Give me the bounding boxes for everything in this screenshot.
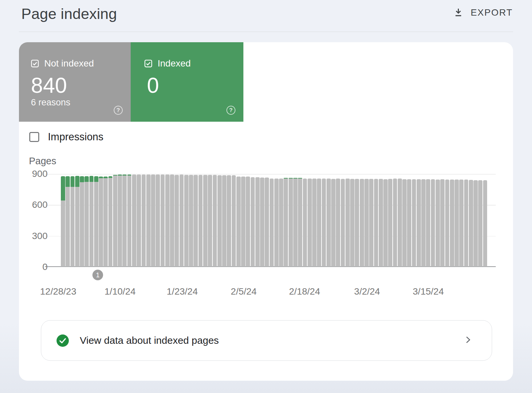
bar[interactable] xyxy=(322,179,326,267)
bar[interactable] xyxy=(407,179,411,267)
bar[interactable] xyxy=(180,175,184,267)
bar[interactable] xyxy=(284,178,288,267)
bar[interactable] xyxy=(341,179,345,267)
bar[interactable] xyxy=(161,175,165,267)
bar[interactable] xyxy=(421,179,426,267)
bar[interactable] xyxy=(483,180,487,267)
bar[interactable] xyxy=(146,175,151,267)
bar[interactable] xyxy=(80,176,84,267)
bar[interactable] xyxy=(151,175,155,267)
help-icon[interactable] xyxy=(114,106,123,115)
bar[interactable] xyxy=(473,180,478,267)
bar[interactable] xyxy=(156,175,160,267)
annotation-badge[interactable]: 1 xyxy=(92,270,103,280)
bar[interactable] xyxy=(99,177,103,267)
bar[interactable] xyxy=(327,179,331,267)
bar[interactable] xyxy=(165,175,170,267)
bar[interactable] xyxy=(360,179,364,267)
impressions-toggle[interactable]: Impressions xyxy=(29,131,103,143)
bar[interactable] xyxy=(350,179,354,267)
bar[interactable] xyxy=(398,179,402,267)
bar[interactable] xyxy=(270,179,274,267)
bar[interactable] xyxy=(194,175,198,267)
bar[interactable] xyxy=(464,180,468,267)
bar[interactable] xyxy=(431,179,435,267)
bar[interactable] xyxy=(440,179,445,267)
bar[interactable] xyxy=(132,175,136,267)
bar[interactable] xyxy=(303,179,307,267)
bar[interactable] xyxy=(246,177,250,267)
bar[interactable] xyxy=(289,178,293,267)
indexed-chip[interactable]: Indexed 0 xyxy=(131,42,243,122)
bar[interactable] xyxy=(227,175,231,267)
bar[interactable] xyxy=(137,175,141,267)
bar[interactable] xyxy=(355,179,359,267)
bar[interactable] xyxy=(436,180,440,267)
bar[interactable] xyxy=(118,175,122,267)
bar[interactable] xyxy=(222,175,226,267)
unchecked-checkbox-icon[interactable] xyxy=(29,132,39,142)
help-icon[interactable] xyxy=(226,106,235,115)
bar[interactable] xyxy=(108,176,113,267)
bar[interactable] xyxy=(175,175,179,267)
bar[interactable] xyxy=(251,177,255,267)
bar[interactable] xyxy=(241,177,245,267)
checked-checkbox-icon[interactable] xyxy=(144,59,153,68)
bar[interactable] xyxy=(113,175,117,267)
bar[interactable] xyxy=(369,179,373,267)
bar[interactable] xyxy=(199,175,203,267)
bar[interactable] xyxy=(345,179,350,267)
bar[interactable] xyxy=(260,178,264,267)
bar[interactable] xyxy=(336,179,340,267)
bar[interactable] xyxy=(383,179,388,267)
bar[interactable] xyxy=(455,180,459,267)
bar[interactable] xyxy=(374,179,378,267)
bar[interactable] xyxy=(255,177,260,267)
bar[interactable] xyxy=(298,178,302,267)
bar[interactable] xyxy=(379,179,383,267)
bar[interactable] xyxy=(122,175,127,267)
bar[interactable] xyxy=(94,176,98,267)
bar[interactable] xyxy=(450,180,454,267)
bar[interactable] xyxy=(189,175,193,267)
export-button[interactable]: EXPORT xyxy=(454,5,513,21)
bar[interactable] xyxy=(402,179,407,267)
bar[interactable] xyxy=(364,179,369,267)
not-indexed-chip[interactable]: Not indexed 840 6 reasons xyxy=(19,42,131,122)
bar[interactable] xyxy=(203,175,207,267)
bar[interactable] xyxy=(331,179,335,267)
bar[interactable] xyxy=(184,175,189,267)
bar[interactable] xyxy=(142,175,146,267)
checked-checkbox-icon[interactable] xyxy=(31,59,39,68)
bar[interactable] xyxy=(170,175,174,267)
bar[interactable] xyxy=(217,175,222,267)
bar[interactable] xyxy=(412,179,416,267)
bar[interactable] xyxy=(445,180,450,267)
bar[interactable] xyxy=(317,179,321,267)
bar[interactable] xyxy=(70,176,75,267)
bar[interactable] xyxy=(388,179,392,267)
bar[interactable] xyxy=(393,179,397,267)
bar[interactable] xyxy=(308,179,312,267)
bar[interactable] xyxy=(426,179,430,267)
bar[interactable] xyxy=(84,176,89,267)
bar[interactable] xyxy=(61,176,65,267)
bar[interactable] xyxy=(312,179,317,267)
bar[interactable] xyxy=(274,179,279,267)
bar[interactable] xyxy=(417,179,421,267)
bar[interactable] xyxy=(459,180,464,267)
bar[interactable] xyxy=(279,179,283,267)
bar[interactable] xyxy=(469,180,473,267)
bar[interactable] xyxy=(208,175,212,267)
bar[interactable] xyxy=(236,177,241,267)
bar[interactable] xyxy=(89,176,94,267)
bar[interactable] xyxy=(127,175,132,267)
bar[interactable] xyxy=(265,178,269,267)
bar[interactable] xyxy=(66,176,70,267)
bar[interactable] xyxy=(293,178,298,267)
bar[interactable] xyxy=(232,175,236,267)
bar[interactable] xyxy=(478,180,482,267)
bar[interactable] xyxy=(75,176,79,267)
bar[interactable] xyxy=(103,177,108,267)
bar[interactable] xyxy=(213,175,217,267)
